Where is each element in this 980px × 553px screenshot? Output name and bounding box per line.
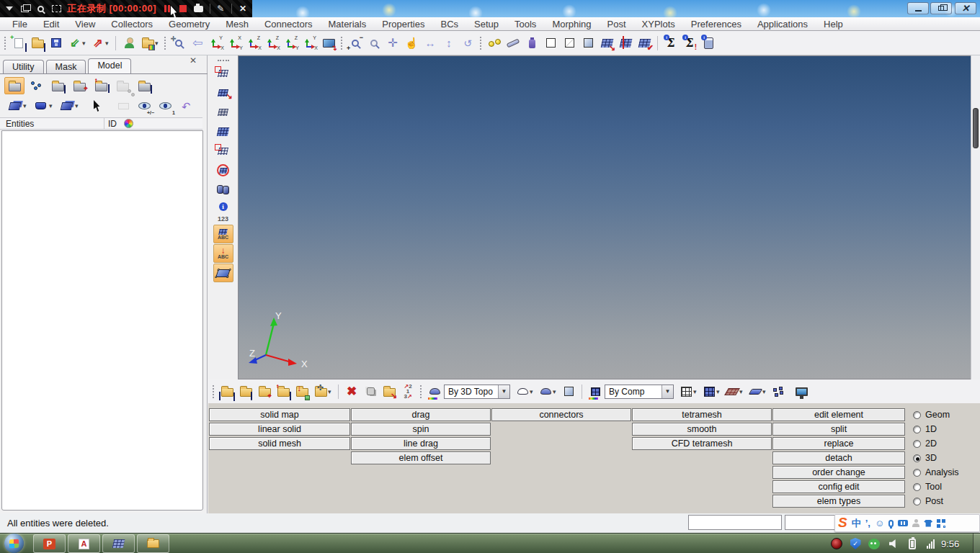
- menu-mesh[interactable]: Mesh: [218, 19, 257, 30]
- tray-recorder-icon[interactable]: [829, 534, 845, 553]
- elem-offset-button[interactable]: elem offset: [351, 451, 491, 464]
- linear-solid-button[interactable]: linear solid: [209, 423, 350, 436]
- flat-shading-icon[interactable]: [746, 382, 765, 401]
- color-by-topo-icon[interactable]: [425, 382, 444, 401]
- toolbar-grip[interactable]: [341, 37, 343, 50]
- snapshot-icon[interactable]: [194, 3, 204, 14]
- menu-edit[interactable]: Edit: [35, 19, 67, 30]
- shaded-mode-icon[interactable]: [579, 34, 597, 53]
- punctuation-icon[interactable]: ’,: [865, 518, 870, 528]
- true-view-icon[interactable]: ↴: [319, 34, 338, 53]
- maximize-button[interactable]: [930, 2, 952, 14]
- shaded-mesh-icon[interactable]: [213, 122, 234, 141]
- toolbar-grip[interactable]: [213, 385, 215, 398]
- minimize-button[interactable]: [907, 2, 929, 14]
- drag-button[interactable]: drag: [351, 408, 491, 421]
- collector-view-icon[interactable]: [4, 77, 24, 94]
- taskbar-app-acrobat[interactable]: A: [68, 534, 100, 553]
- menu-morphing[interactable]: Morphing: [544, 19, 599, 30]
- view-iso-icon[interactable]: YX: [300, 34, 319, 53]
- mass-calc-icon[interactable]: [522, 34, 541, 53]
- panel-close-icon[interactable]: ✕: [190, 55, 197, 66]
- topo-mode-combobox[interactable]: By 3D Topo ▼: [444, 385, 510, 399]
- isolate-shown-icon[interactable]: 1: [155, 97, 175, 114]
- taskbar-clock[interactable]: 9:56: [941, 534, 959, 553]
- radio-circle[interactable]: [913, 498, 921, 505]
- tray-battery-icon[interactable]: [905, 534, 919, 553]
- region-select-icon[interactable]: [51, 3, 61, 14]
- view-xz-right-icon[interactable]: ZX: [263, 34, 282, 53]
- element-handles-icon[interactable]: ABC: [213, 225, 233, 243]
- element-normals-icon[interactable]: ↘: [597, 34, 616, 53]
- fit-view-icon[interactable]: ✛: [169, 34, 188, 53]
- keyboard-icon[interactable]: [898, 520, 908, 526]
- taskbar-app-powerpoint[interactable]: P: [33, 534, 66, 553]
- fixed-points-icon[interactable]: [213, 264, 233, 282]
- hidden-line-mode-icon[interactable]: [560, 34, 579, 53]
- topo-combo-caret-icon[interactable]: ▼: [498, 385, 509, 398]
- tab-mask[interactable]: Mask: [46, 60, 86, 73]
- component-view-icon[interactable]: [48, 77, 68, 94]
- toolbar-grip[interactable]: [164, 37, 166, 50]
- create-collector-icon[interactable]: [218, 382, 236, 401]
- chinese-mode-icon[interactable]: 中: [852, 518, 861, 528]
- color-by-comp-icon[interactable]: [586, 382, 605, 401]
- translate-view-icon[interactable]: ✛: [383, 34, 402, 53]
- shaded-elements-mesh-icon[interactable]: ↘: [213, 83, 234, 102]
- set-view-icon[interactable]: [134, 77, 154, 94]
- tray-security-shield-icon[interactable]: ✓: [847, 534, 863, 553]
- tray-network-icon[interactable]: [922, 534, 938, 553]
- spin-button[interactable]: spin: [351, 423, 491, 436]
- circle-zoom-icon[interactable]: [365, 34, 383, 53]
- radio-1d[interactable]: 1D: [913, 423, 959, 436]
- wireframe-mode-icon[interactable]: [541, 34, 560, 53]
- shaded-geometry-icon[interactable]: [536, 382, 555, 401]
- menu-tools[interactable]: Tools: [507, 19, 544, 30]
- menu-properties[interactable]: Properties: [374, 19, 432, 30]
- thickness-view-icon[interactable]: t: [91, 77, 111, 94]
- organize-icon[interactable]: ↘: [380, 382, 398, 401]
- line-drag-button[interactable]: line drag: [351, 437, 491, 450]
- find-entities-icon[interactable]: [213, 180, 234, 199]
- user-profiles-icon[interactable]: [120, 34, 138, 53]
- wireframe-geometry-icon[interactable]: [513, 382, 532, 401]
- night-mode-icon[interactable]: [912, 519, 919, 527]
- rotate-horizontal-icon[interactable]: ↔: [421, 34, 440, 53]
- menu-post[interactable]: Post: [600, 19, 634, 30]
- load-handles-icon[interactable]: ↓ABC: [213, 244, 233, 263]
- viewport-scrollbar[interactable]: [971, 55, 980, 379]
- view-yz-front-icon[interactable]: ZY: [282, 34, 300, 53]
- menu-caret-icon[interactable]: [4, 3, 14, 14]
- undo-view-icon[interactable]: ↶: [176, 97, 196, 114]
- emoji-icon[interactable]: ☺: [875, 518, 884, 528]
- create-property-icon[interactable]: [56, 97, 76, 114]
- menu-view[interactable]: View: [67, 19, 103, 30]
- elem-types-button[interactable]: elem types: [772, 495, 905, 508]
- skin-icon[interactable]: [924, 520, 932, 527]
- connectors-button[interactable]: connectors: [491, 408, 631, 421]
- zoom-in-out-icon[interactable]: +−: [346, 34, 365, 53]
- open-model-icon[interactable]: [28, 34, 47, 53]
- export-model-icon[interactable]: ⇗: [89, 34, 107, 53]
- thickness-collector-icon[interactable]: t: [274, 382, 293, 401]
- element-quality-check-icon[interactable]: ✔: [635, 34, 654, 53]
- radio-tool[interactable]: Tool: [913, 480, 959, 493]
- sogou-logo-icon[interactable]: S: [838, 516, 847, 529]
- wireframe-elements-icon[interactable]: [677, 382, 695, 401]
- menu-xyplots[interactable]: XYPlots: [634, 19, 683, 30]
- plot-collector-icon[interactable]: ✣: [311, 382, 330, 401]
- edit-element-button[interactable]: edit element: [772, 408, 905, 421]
- graphics-viewport[interactable]: Y X Z: [238, 55, 971, 379]
- entities-column-header[interactable]: Entities: [6, 119, 100, 129]
- previous-view-icon[interactable]: ⇦: [188, 34, 207, 53]
- toolbar-grip[interactable]: [218, 60, 229, 62]
- close-icon[interactable]: ✕: [238, 3, 248, 14]
- view-xy-bottom-icon[interactable]: XY: [226, 34, 244, 53]
- sum-info-icon[interactable]: Σi: [662, 34, 680, 53]
- transparent-elements-icon[interactable]: [213, 161, 234, 180]
- performance-graphics-icon[interactable]: [792, 382, 811, 401]
- delete-icon[interactable]: ✖: [342, 382, 361, 401]
- view-xy-top-icon[interactable]: YX: [207, 34, 226, 53]
- radio-circle[interactable]: [913, 426, 921, 433]
- menu-connectors[interactable]: Connectors: [257, 19, 320, 30]
